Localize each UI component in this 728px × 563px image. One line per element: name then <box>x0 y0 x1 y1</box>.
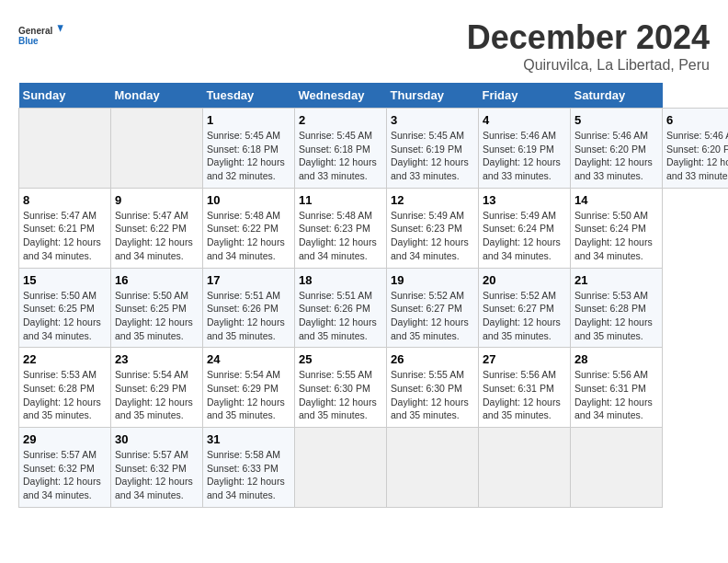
day-info: Sunrise: 5:56 AMSunset: 6:31 PMDaylight:… <box>483 369 561 420</box>
week-row-5: 29 Sunrise: 5:57 AMSunset: 6:32 PMDaylig… <box>19 428 729 508</box>
day-number: 19 <box>391 273 474 287</box>
title-area: December 2024 Quiruvilca, La Libertad, P… <box>467 18 710 74</box>
calendar-cell: 12 Sunrise: 5:49 AMSunset: 6:23 PMDaylig… <box>387 188 479 268</box>
day-number: 22 <box>23 352 107 366</box>
day-number: 27 <box>483 352 566 366</box>
calendar-cell: 6 Sunrise: 5:46 AMSunset: 6:20 PMDayligh… <box>663 109 729 189</box>
day-number: 28 <box>574 352 658 366</box>
calendar-cell: 3 Sunrise: 5:45 AMSunset: 6:19 PMDayligh… <box>387 109 479 189</box>
calendar-cell: 29 Sunrise: 5:57 AMSunset: 6:32 PMDaylig… <box>19 428 111 508</box>
day-number: 3 <box>391 113 474 127</box>
header-row: SundayMondayTuesdayWednesdayThursdayFrid… <box>19 83 729 109</box>
calendar-cell: 1 Sunrise: 5:45 AMSunset: 6:18 PMDayligh… <box>203 109 295 189</box>
day-info: Sunrise: 5:55 AMSunset: 6:30 PMDaylight:… <box>391 369 469 420</box>
day-number: 25 <box>299 352 382 366</box>
day-number: 17 <box>207 273 290 287</box>
calendar-cell: 4 Sunrise: 5:46 AMSunset: 6:19 PMDayligh… <box>479 109 571 189</box>
day-info: Sunrise: 5:46 AMSunset: 6:20 PMDaylight:… <box>666 130 728 181</box>
header-cell-friday: Friday <box>479 83 571 109</box>
header-cell-thursday: Thursday <box>387 83 479 109</box>
day-number: 13 <box>483 193 566 207</box>
day-number: 12 <box>391 193 474 207</box>
day-info: Sunrise: 5:48 AMSunset: 6:23 PMDaylight:… <box>299 210 377 261</box>
calendar-cell: 10 Sunrise: 5:48 AMSunset: 6:22 PMDaylig… <box>203 188 295 268</box>
calendar-cell: 15 Sunrise: 5:50 AMSunset: 6:25 PMDaylig… <box>19 268 111 348</box>
day-info: Sunrise: 5:45 AMSunset: 6:18 PMDaylight:… <box>207 130 285 181</box>
day-number: 6 <box>666 113 728 127</box>
calendar-cell: 21 Sunrise: 5:53 AMSunset: 6:28 PMDaylig… <box>571 268 663 348</box>
calendar-cell: 25 Sunrise: 5:55 AMSunset: 6:30 PMDaylig… <box>295 348 387 428</box>
day-info: Sunrise: 5:45 AMSunset: 6:18 PMDaylight:… <box>299 130 377 181</box>
day-info: Sunrise: 5:52 AMSunset: 6:27 PMDaylight:… <box>483 290 561 341</box>
day-number: 24 <box>207 352 290 366</box>
day-number: 21 <box>574 273 658 287</box>
day-info: Sunrise: 5:56 AMSunset: 6:31 PMDaylight:… <box>574 369 653 420</box>
header-cell-wednesday: Wednesday <box>295 83 387 109</box>
day-info: Sunrise: 5:46 AMSunset: 6:19 PMDaylight:… <box>483 130 561 181</box>
day-number: 10 <box>207 193 290 207</box>
day-number: 23 <box>115 352 199 366</box>
calendar-cell: 24 Sunrise: 5:54 AMSunset: 6:29 PMDaylig… <box>203 348 295 428</box>
day-info: Sunrise: 5:50 AMSunset: 6:25 PMDaylight:… <box>23 290 101 341</box>
day-number: 2 <box>299 113 382 127</box>
day-info: Sunrise: 5:53 AMSunset: 6:28 PMDaylight:… <box>574 290 653 341</box>
day-info: Sunrise: 5:50 AMSunset: 6:25 PMDaylight:… <box>115 290 193 341</box>
calendar-cell: 2 Sunrise: 5:45 AMSunset: 6:18 PMDayligh… <box>295 109 387 189</box>
week-row-3: 15 Sunrise: 5:50 AMSunset: 6:25 PMDaylig… <box>19 268 729 348</box>
svg-text:Blue: Blue <box>18 36 39 46</box>
day-info: Sunrise: 5:54 AMSunset: 6:29 PMDaylight:… <box>115 369 193 420</box>
day-number: 8 <box>23 193 107 207</box>
day-info: Sunrise: 5:51 AMSunset: 6:26 PMDaylight:… <box>299 290 377 341</box>
calendar-cell: 23 Sunrise: 5:54 AMSunset: 6:29 PMDaylig… <box>111 348 203 428</box>
day-info: Sunrise: 5:49 AMSunset: 6:24 PMDaylight:… <box>483 210 561 261</box>
day-info: Sunrise: 5:46 AMSunset: 6:20 PMDaylight:… <box>574 130 653 181</box>
day-number: 26 <box>391 352 474 366</box>
calendar-cell: 19 Sunrise: 5:52 AMSunset: 6:27 PMDaylig… <box>387 268 479 348</box>
main-title: December 2024 <box>467 18 710 57</box>
day-info: Sunrise: 5:49 AMSunset: 6:23 PMDaylight:… <box>391 210 469 261</box>
day-number: 18 <box>299 273 382 287</box>
svg-text:General: General <box>18 26 52 36</box>
calendar-table: SundayMondayTuesdayWednesdayThursdayFrid… <box>18 83 728 508</box>
day-number: 9 <box>115 193 199 207</box>
calendar-cell <box>387 428 479 508</box>
calendar-cell: 17 Sunrise: 5:51 AMSunset: 6:26 PMDaylig… <box>203 268 295 348</box>
day-number: 5 <box>574 113 658 127</box>
calendar-cell: 5 Sunrise: 5:46 AMSunset: 6:20 PMDayligh… <box>571 109 663 189</box>
day-info: Sunrise: 5:51 AMSunset: 6:26 PMDaylight:… <box>207 290 285 341</box>
day-info: Sunrise: 5:54 AMSunset: 6:29 PMDaylight:… <box>207 369 285 420</box>
calendar-cell: 27 Sunrise: 5:56 AMSunset: 6:31 PMDaylig… <box>479 348 571 428</box>
week-row-2: 8 Sunrise: 5:47 AMSunset: 6:21 PMDayligh… <box>19 188 729 268</box>
calendar-cell: 22 Sunrise: 5:53 AMSunset: 6:28 PMDaylig… <box>19 348 111 428</box>
day-info: Sunrise: 5:47 AMSunset: 6:21 PMDaylight:… <box>23 210 101 261</box>
calendar-cell: 30 Sunrise: 5:57 AMSunset: 6:32 PMDaylig… <box>111 428 203 508</box>
day-info: Sunrise: 5:53 AMSunset: 6:28 PMDaylight:… <box>23 369 101 420</box>
day-number: 4 <box>483 113 566 127</box>
day-info: Sunrise: 5:58 AMSunset: 6:33 PMDaylight:… <box>207 449 285 500</box>
calendar-cell: 28 Sunrise: 5:56 AMSunset: 6:31 PMDaylig… <box>571 348 663 428</box>
header-cell-saturday: Saturday <box>571 83 663 109</box>
day-number: 30 <box>115 432 199 446</box>
calendar-cell <box>295 428 387 508</box>
calendar-cell: 11 Sunrise: 5:48 AMSunset: 6:23 PMDaylig… <box>295 188 387 268</box>
calendar-cell: 31 Sunrise: 5:58 AMSunset: 6:33 PMDaylig… <box>203 428 295 508</box>
day-number: 1 <box>207 113 290 127</box>
day-number: 20 <box>483 273 566 287</box>
calendar-cell: 20 Sunrise: 5:52 AMSunset: 6:27 PMDaylig… <box>479 268 571 348</box>
day-info: Sunrise: 5:55 AMSunset: 6:30 PMDaylight:… <box>299 369 377 420</box>
calendar-cell: 8 Sunrise: 5:47 AMSunset: 6:21 PMDayligh… <box>19 188 111 268</box>
svg-marker-2 <box>58 25 63 32</box>
calendar-cell <box>479 428 571 508</box>
header-cell-tuesday: Tuesday <box>203 83 295 109</box>
day-info: Sunrise: 5:57 AMSunset: 6:32 PMDaylight:… <box>115 449 193 500</box>
day-number: 16 <box>115 273 199 287</box>
day-number: 31 <box>207 432 290 446</box>
calendar-cell: 18 Sunrise: 5:51 AMSunset: 6:26 PMDaylig… <box>295 268 387 348</box>
subtitle: Quiruvilca, La Libertad, Peru <box>467 57 710 74</box>
day-number: 14 <box>574 193 658 207</box>
day-number: 29 <box>23 432 107 446</box>
day-number: 15 <box>23 273 107 287</box>
day-info: Sunrise: 5:45 AMSunset: 6:19 PMDaylight:… <box>391 130 469 181</box>
header-cell-sunday: Sunday <box>19 83 111 109</box>
calendar-cell: 9 Sunrise: 5:47 AMSunset: 6:22 PMDayligh… <box>111 188 203 268</box>
